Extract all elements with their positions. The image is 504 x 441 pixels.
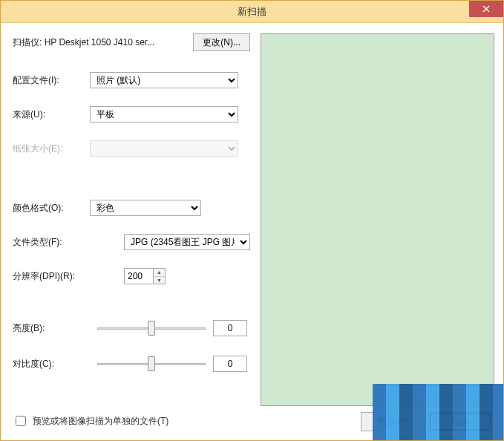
file-type-select[interactable]: JPG (2345看图王 JPG 图片 [124,234,250,250]
profile-select[interactable]: 照片 (默认) [90,72,238,88]
scan-dialog: 新扫描 扫描仪: HP Deskjet 1050 J410 ser... 更改(… [0,0,504,441]
file-type-label: 文件类型(F): [13,236,124,249]
change-scanner-button[interactable]: 更改(N)... [193,33,250,51]
settings-panel: 扫描仪: HP Deskjet 1050 J410 ser... 更改(N)..… [13,33,250,431]
paper-size-label: 纸张大小(E): [13,143,90,155]
scanner-label: 扫描仪: HP Deskjet 1050 J410 ser... [13,36,193,49]
brightness-value[interactable]: 0 [213,320,247,336]
dpi-input[interactable] [124,268,154,284]
source-label: 来源(U): [13,108,90,121]
close-button[interactable] [469,1,503,17]
contrast-slider[interactable] [97,356,206,371]
dpi-down-button[interactable]: ▼ [154,277,165,284]
separate-files-label: 预览或将图像扫描为单独的文件(T) [33,415,168,428]
color-format-select[interactable]: 彩色 [90,200,201,216]
brightness-slider[interactable] [97,321,206,336]
dialog-body: 扫描仪: HP Deskjet 1050 J410 ser... 更改(N)..… [1,23,503,440]
censored-overlay [373,384,503,440]
contrast-value[interactable]: 0 [213,356,247,372]
dpi-label: 分辨率(DPI)(R): [13,270,124,283]
window-title: 新扫描 [238,5,266,19]
source-select[interactable]: 平板 [90,106,238,122]
separate-files-checkbox[interactable] [16,416,26,426]
color-format-label: 颜色格式(O): [13,202,90,215]
contrast-label: 对比度(C): [13,358,90,370]
preview-area[interactable] [261,33,494,406]
titlebar[interactable]: 新扫描 [1,1,503,23]
right-panel: 预览(P) 扫描 [261,33,494,431]
paper-size-select [90,140,238,157]
close-icon [482,5,490,13]
profile-label: 配置文件(I): [13,74,90,87]
brightness-label: 亮度(B): [13,322,90,335]
dpi-up-button[interactable]: ▲ [154,269,165,277]
